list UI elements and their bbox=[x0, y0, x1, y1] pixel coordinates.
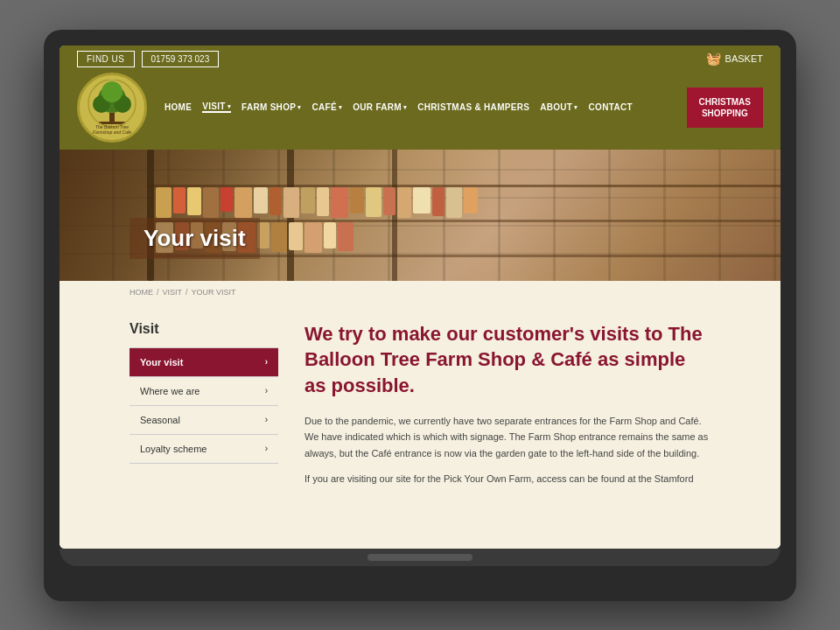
christmas-shopping-button[interactable]: CHRISTMAS SHOPPING bbox=[687, 88, 763, 128]
sidebar-item-loyalty: Loyalty scheme › bbox=[130, 435, 278, 464]
site-header: FIND US 01759 373 023 🧺 BASKET bbox=[60, 46, 780, 150]
article-content: We try to make our customer's visits to … bbox=[304, 321, 710, 522]
laptop-base bbox=[60, 549, 780, 566]
main-navigation: HOME VISIT ▾ FARM SHOP ▾ CAFÉ ▾ bbox=[164, 102, 687, 113]
shelf-post-1 bbox=[147, 150, 154, 281]
nav-contact[interactable]: CONTACT bbox=[589, 102, 633, 112]
nav-christmas[interactable]: CHRISTMAS & HAMPERS bbox=[417, 102, 529, 112]
sidebar-item-your-visit: Your visit › bbox=[130, 348, 278, 377]
article-paragraph-2: If you are visiting our site for the Pic… bbox=[304, 471, 710, 487]
main-content: Visit Your visit › Where we are › bbox=[60, 304, 780, 549]
hero-title: Your visit bbox=[130, 218, 260, 259]
article-paragraph-1: Due to the pandemic, we currently have t… bbox=[304, 413, 710, 462]
basket-button[interactable]: 🧺 BASKET bbox=[706, 52, 763, 66]
laptop-frame: FIND US 01759 373 023 🧺 BASKET bbox=[44, 30, 796, 601]
nav-visit-chevron: ▾ bbox=[228, 103, 231, 110]
article-body: Due to the pandemic, we currently have t… bbox=[304, 413, 710, 487]
header-top-bar: FIND US 01759 373 023 🧺 BASKET bbox=[60, 46, 780, 73]
breadcrumb-sep-2: / bbox=[186, 288, 188, 297]
nav-our-farm[interactable]: OUR FARM ▾ bbox=[353, 102, 407, 112]
sidebar-link-loyalty[interactable]: Loyalty scheme › bbox=[130, 435, 278, 463]
nav-farm-shop[interactable]: FARM SHOP ▾ bbox=[242, 102, 301, 112]
laptop-screen: FIND US 01759 373 023 🧺 BASKET bbox=[60, 46, 780, 549]
find-us-button[interactable]: FIND US bbox=[77, 51, 135, 67]
nav-ourfarm-chevron: ▾ bbox=[403, 104, 407, 111]
shelf-products-row1 bbox=[156, 187, 478, 218]
nav-cafe-chevron: ▾ bbox=[339, 104, 342, 111]
logo-tree-svg bbox=[86, 80, 138, 128]
sidebar-title: Visit bbox=[130, 321, 278, 337]
header-top-left: FIND US 01759 373 023 bbox=[77, 51, 697, 67]
basket-icon: 🧺 bbox=[706, 52, 721, 66]
sidebar-link-seasonal[interactable]: Seasonal › bbox=[130, 406, 278, 434]
sidebar-arrow-where-we-are: › bbox=[265, 386, 268, 396]
sidebar-item-where-we-are: Where we are › bbox=[130, 377, 278, 406]
svg-point-4 bbox=[102, 81, 122, 102]
sidebar-arrow-your-visit: › bbox=[265, 357, 268, 367]
sidebar-menu: Your visit › Where we are › Seasonal bbox=[130, 347, 278, 464]
sidebar: Visit Your visit › Where we are › bbox=[130, 321, 278, 522]
breadcrumb-home[interactable]: HOME bbox=[130, 288, 153, 297]
nav-farmshop-chevron: ▾ bbox=[298, 104, 301, 111]
site-logo[interactable]: The Balloon Tree Farmshop and Café bbox=[77, 73, 147, 143]
sidebar-link-where-we-are[interactable]: Where we are › bbox=[130, 377, 278, 405]
laptop-base-notch bbox=[368, 554, 472, 561]
sidebar-arrow-loyalty: › bbox=[265, 444, 268, 453]
nav-about-chevron: ▾ bbox=[574, 104, 578, 111]
sidebar-item-seasonal: Seasonal › bbox=[130, 406, 278, 435]
breadcrumb: HOME / VISIT / YOUR VISIT bbox=[60, 281, 780, 304]
breadcrumb-sep-1: / bbox=[157, 288, 159, 297]
nav-about[interactable]: ABOUT ▾ bbox=[540, 102, 578, 112]
sidebar-arrow-seasonal: › bbox=[265, 415, 268, 424]
basket-label: BASKET bbox=[725, 53, 763, 64]
article-heading: We try to make our customer's visits to … bbox=[304, 321, 710, 399]
phone-button[interactable]: 01759 373 023 bbox=[142, 51, 220, 67]
breadcrumb-visit[interactable]: VISIT bbox=[163, 288, 183, 297]
nav-home[interactable]: HOME bbox=[164, 102, 192, 112]
breadcrumb-current: YOUR VISIT bbox=[192, 288, 236, 297]
hero-section: Your visit bbox=[60, 150, 780, 281]
nav-cafe[interactable]: CAFÉ ▾ bbox=[312, 102, 343, 112]
logo-text-bottom: Farmshop and Café bbox=[93, 130, 131, 135]
sidebar-link-your-visit[interactable]: Your visit › bbox=[130, 348, 278, 376]
nav-visit[interactable]: VISIT ▾ bbox=[202, 102, 231, 113]
header-main: The Balloon Tree Farmshop and Café HOME … bbox=[60, 73, 780, 150]
